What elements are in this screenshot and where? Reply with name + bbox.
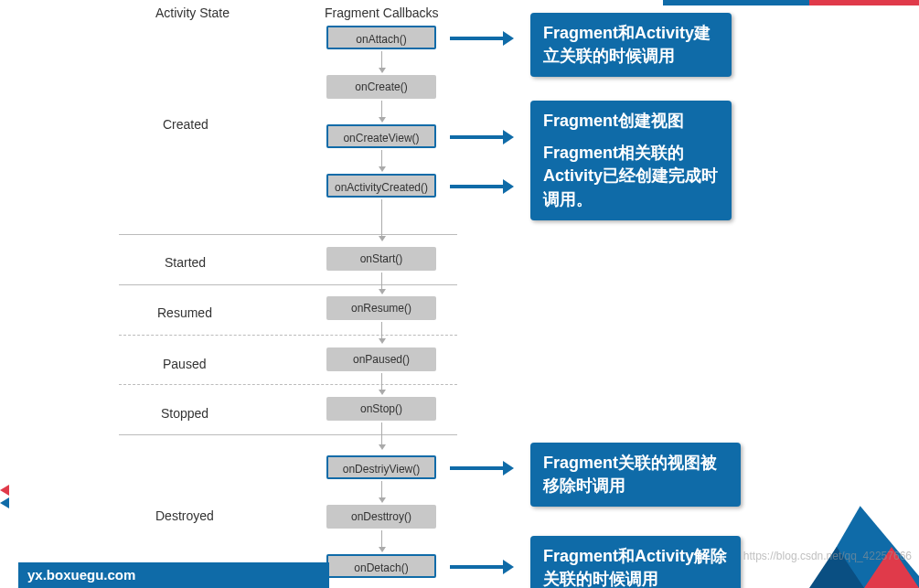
annotation-arrow <box>450 37 505 40</box>
callback-onPaused: onPaused() <box>326 347 436 371</box>
callback-onDetach: onDetach() <box>326 554 436 578</box>
callback-onCreate: onCreate() <box>326 75 436 99</box>
flow-arrow-down <box>381 51 382 68</box>
callback-onStop: onStop() <box>326 397 436 421</box>
annotation-arrow <box>450 466 505 470</box>
callback-onResume: onResume() <box>326 296 436 320</box>
flow-arrow-down <box>381 150 382 166</box>
lifecycle-diagram: Activity State Fragment Callbacks Create… <box>0 0 919 588</box>
annotation-box-attach: Fragment和Activity建立关联的时候调用 <box>530 13 732 77</box>
flow-arrow-down <box>381 199 382 236</box>
flow-arrow-down <box>381 322 382 338</box>
top-accent <box>663 0 919 5</box>
callback-onDesttroy: onDesttroy() <box>326 505 436 529</box>
flow-arrow-down <box>381 530 382 547</box>
header-activity-state: Activity State <box>155 5 230 20</box>
callback-onDestriyView: onDestriyView() <box>326 455 436 479</box>
rowline <box>119 335 457 336</box>
callback-onAttach: onAttach() <box>326 26 436 49</box>
state-created: Created <box>163 117 208 132</box>
flow-arrow-down <box>381 273 382 289</box>
watermark-text: https://blog.csdn.net/qq_42257666 <box>743 550 912 562</box>
rowline <box>119 434 457 435</box>
state-started: Started <box>165 255 206 270</box>
callback-onActivityCreated: onActivityCreated() <box>326 174 436 198</box>
annotation-text-createView: Fragment创建视图 <box>543 110 719 133</box>
state-paused: Paused <box>163 357 206 371</box>
state-resumed: Resumed <box>157 305 212 320</box>
state-destroyed: Destroyed <box>155 508 214 523</box>
rowline <box>119 284 457 285</box>
callback-onCreateView: onCreateView() <box>326 124 436 148</box>
rowline <box>119 384 457 385</box>
state-stopped: Stopped <box>161 406 208 421</box>
annotation-arrow <box>450 565 505 569</box>
annotation-text-activityCreated: Fragment相关联的Activity已经创建完成时调用。 <box>543 142 719 211</box>
annotation-arrow <box>450 135 505 139</box>
annotation-box-destroyview: Fragment关联的视图被移除时调用 <box>530 443 741 507</box>
header-fragment-callbacks: Fragment Callbacks <box>325 5 439 20</box>
decor-left-arrow <box>0 485 9 496</box>
rowline <box>119 234 457 235</box>
footer-bar: yx.boxuegu.com <box>18 562 329 588</box>
flow-arrow-down <box>381 481 382 497</box>
annotation-box-createview: Fragment创建视图 Fragment相关联的Activity已经创建完成时… <box>530 101 732 220</box>
flow-arrow-down <box>381 373 382 390</box>
flow-arrow-down <box>381 101 382 117</box>
annotation-box-detach: Fragment和Activity解除关联的时候调用 <box>530 536 741 588</box>
callback-onStart: onStart() <box>326 247 436 271</box>
flow-arrow-down <box>381 422 382 444</box>
annotation-arrow <box>450 185 505 188</box>
decor-left-arrow <box>0 497 9 508</box>
